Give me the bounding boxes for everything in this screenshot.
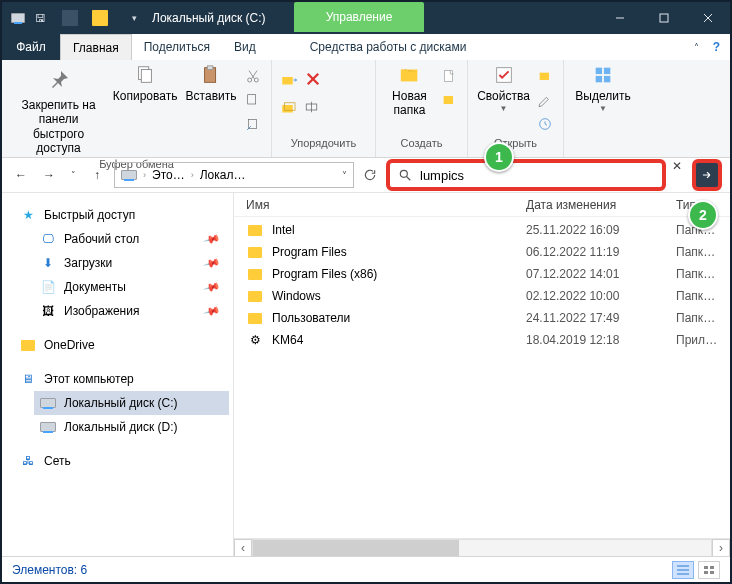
clipboard-small [245, 64, 263, 134]
copy-to-icon[interactable] [280, 98, 298, 116]
tree-label: Документы [64, 280, 126, 294]
tree-documents[interactable]: 📄Документы📌 [34, 275, 229, 299]
view-large-icons[interactable] [698, 561, 720, 579]
file-name: Пользователи [272, 311, 526, 325]
svg-rect-12 [282, 77, 293, 85]
new-folder-icon [399, 64, 421, 86]
search-box[interactable] [386, 159, 666, 191]
tree-this-pc[interactable]: 🖥Этот компьютер [14, 367, 229, 391]
close-button[interactable] [686, 2, 730, 34]
search-go-button[interactable] [692, 159, 722, 191]
create-group-label: Создать [384, 137, 459, 153]
scroll-left[interactable]: ‹ [234, 539, 252, 557]
tab-home[interactable]: Главная [60, 34, 132, 60]
table-row[interactable]: Program Files (x86)07.12.2022 14:01Папка… [234, 263, 730, 285]
maximize-button[interactable] [642, 2, 686, 34]
file-date: 07.12.2022 14:01 [526, 267, 676, 281]
svg-rect-1 [660, 14, 668, 22]
tree-downloads[interactable]: ⬇Загрузки📌 [34, 251, 229, 275]
file-name: Program Files [272, 245, 526, 259]
tree-drive-d[interactable]: Локальный диск (D:) [34, 415, 229, 439]
scroll-right[interactable]: › [712, 539, 730, 557]
minimize-button[interactable] [598, 2, 642, 34]
svg-rect-36 [704, 571, 708, 574]
tab-share[interactable]: Поделиться [132, 34, 222, 60]
address-bar[interactable]: › Это… › Локал… ˅ [114, 162, 354, 188]
table-row[interactable]: Пользователи24.11.2022 17:49Папка с фай [234, 307, 730, 329]
tree-onedrive[interactable]: OneDrive [14, 333, 229, 357]
address-dropdown[interactable]: ˅ [342, 170, 347, 181]
paste-button[interactable]: Вставить [183, 64, 239, 104]
manage-tab[interactable]: Управление [294, 2, 424, 32]
column-headers[interactable]: Имя Дата изменения Тип [234, 193, 730, 217]
select-button[interactable]: Выделить ▼ [572, 64, 634, 113]
cut-icon[interactable] [245, 68, 263, 86]
easy-access-icon[interactable] [441, 92, 459, 110]
annotation-badge-2: 2 [688, 200, 718, 230]
tab-view[interactable]: Вид [222, 34, 268, 60]
breadcrumb-pc[interactable]: Это… [152, 168, 185, 182]
pin-icon: 📌 [203, 278, 222, 296]
scroll-track[interactable] [252, 539, 712, 557]
body: ★ Быстрый доступ 🖵Рабочий стол📌 ⬇Загрузк… [2, 192, 730, 556]
file-type: Папка с фай [676, 267, 718, 281]
tree-pictures[interactable]: 🖼Изображения📌 [34, 299, 229, 323]
col-name[interactable]: Имя [246, 198, 526, 212]
file-type: Папка с фай [676, 311, 718, 325]
open-small [537, 64, 555, 134]
move-to-icon[interactable] [280, 70, 298, 88]
table-row[interactable]: Program Files06.12.2022 11:19Папка с фай [234, 241, 730, 263]
new-item-icon[interactable] [441, 68, 459, 86]
properties-button[interactable]: Свойства ▼ [476, 64, 531, 113]
tab-file[interactable]: Файл [2, 34, 60, 60]
file-name: KM64 [272, 333, 526, 347]
scroll-thumb[interactable] [253, 540, 459, 556]
copy-button[interactable]: Копировать [113, 64, 177, 104]
folder-icon [246, 222, 264, 238]
rename-icon[interactable] [304, 98, 322, 116]
new-folder-button[interactable]: Новая папка [384, 64, 435, 118]
nav-history-dropdown[interactable]: ˅ [66, 164, 80, 186]
view-details[interactable] [672, 561, 694, 579]
copy-label: Копировать [113, 90, 178, 104]
tree-drive-c[interactable]: Локальный диск (C:) [34, 391, 229, 415]
svg-rect-23 [540, 73, 549, 80]
chevron-down-icon[interactable]: ▾ [126, 10, 142, 26]
tree-quick-access[interactable]: ★ Быстрый доступ [14, 203, 229, 227]
explorer-icon [10, 10, 26, 26]
file-type: Папка с фай [676, 245, 718, 259]
tree-network[interactable]: 🖧Сеть [14, 449, 229, 473]
save-icon[interactable]: 🖫 [32, 10, 48, 26]
file-name: Program Files (x86) [272, 267, 526, 281]
folder-icon [92, 10, 108, 26]
folder-icon [20, 337, 36, 353]
copy-path-icon[interactable] [245, 92, 263, 110]
help-icon[interactable]: ? [713, 40, 720, 54]
history-icon[interactable] [537, 116, 555, 134]
drive-icon [40, 419, 56, 435]
tree-desktop[interactable]: 🖵Рабочий стол📌 [34, 227, 229, 251]
new-small [441, 64, 459, 110]
nav-back[interactable]: ← [10, 164, 32, 186]
refresh-button[interactable] [360, 168, 380, 182]
hscrollbar[interactable]: ‹ › [234, 538, 730, 556]
col-modified[interactable]: Дата изменения [526, 198, 676, 212]
search-clear[interactable]: ✕ [666, 159, 688, 191]
breadcrumb-drive[interactable]: Локал… [200, 168, 246, 182]
search-input[interactable] [420, 168, 654, 183]
open-icon[interactable] [537, 68, 555, 86]
pin-to-quick[interactable]: Закрепить на панели быстрого доступа [10, 64, 107, 158]
table-row[interactable]: Intel25.11.2022 16:09Папка с фай [234, 219, 730, 241]
table-row[interactable]: Windows02.12.2022 10:00Папка с фай [234, 285, 730, 307]
table-row[interactable]: ⚙KM6418.04.2019 12:18Приложени [234, 329, 730, 351]
paste-shortcut-icon[interactable] [245, 116, 263, 134]
svg-rect-7 [207, 66, 213, 70]
nav-up[interactable]: ↑ [86, 164, 108, 186]
delete-icon[interactable] [304, 70, 322, 88]
collapse-ribbon-icon[interactable]: ˄ [694, 42, 699, 53]
tab-drive-tools[interactable]: Средства работы с дисками [298, 34, 479, 60]
nav-forward[interactable]: → [38, 164, 60, 186]
edit-icon[interactable] [537, 92, 555, 110]
window-title: Локальный диск (C:) [152, 11, 266, 25]
svg-rect-26 [604, 68, 610, 74]
